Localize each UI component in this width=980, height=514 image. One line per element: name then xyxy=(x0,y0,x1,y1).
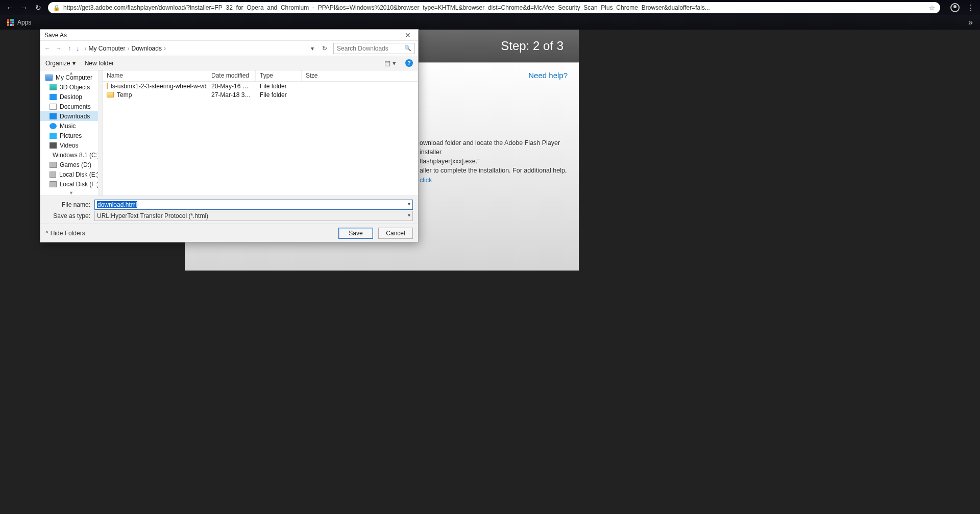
col-type[interactable]: Type xyxy=(256,70,302,81)
tree-scroll-up-icon[interactable]: ▲ xyxy=(40,70,102,76)
chevron-down-icon[interactable]: ▾ xyxy=(408,201,410,207)
new-folder-button[interactable]: New folder xyxy=(85,60,114,67)
organize-menu[interactable]: Organize ▾ xyxy=(45,60,76,67)
tree-documents[interactable]: Documents xyxy=(40,102,102,111)
nav-back-icon[interactable]: ← xyxy=(43,45,52,52)
forward-button[interactable]: → xyxy=(19,4,29,12)
tree-videos[interactable]: Videos xyxy=(40,140,102,150)
tree-pictures[interactable]: Pictures xyxy=(40,131,102,140)
dialog-fields: File name: download.html ▾ Save as type:… xyxy=(40,195,418,224)
list-item[interactable]: Temp 27-Mar-18 3:11 PM File folder xyxy=(103,90,418,99)
dialog-title: Save As xyxy=(44,32,67,39)
dialog-toolbar: Organize ▾ New folder ▤ ▾ ? xyxy=(40,56,418,70)
music-icon xyxy=(50,123,57,129)
folder-icon xyxy=(107,92,114,97)
document-icon xyxy=(50,104,57,110)
dialog-footer: ^ Hide Folders Save Cancel xyxy=(40,224,418,242)
chevron-right-icon: › xyxy=(164,45,166,52)
close-icon[interactable]: ✕ xyxy=(401,31,415,39)
tree-music[interactable]: Music xyxy=(40,121,102,131)
list-item[interactable]: ls-usbmx1-2-3-steering-wheel-w-vibrati..… xyxy=(103,82,418,90)
dialog-nav: ← → ↑ ↓ › My Computer › Downloads › ▾ ↻ … xyxy=(40,41,418,56)
browser-toolbar: ← → ↻ 🔒 https://get3.adobe.com/flashplay… xyxy=(0,0,980,15)
tree-scroll-down-icon[interactable]: ▼ xyxy=(40,190,102,195)
apps-icon[interactable] xyxy=(7,19,14,26)
step-text: Step: 2 of 3 xyxy=(501,39,564,53)
chevron-down-icon[interactable]: ▾ xyxy=(408,212,410,218)
chevron-down-icon: ▾ xyxy=(72,60,76,67)
help-icon[interactable]: ? xyxy=(405,59,413,67)
history-dropdown-icon[interactable]: ▾ xyxy=(309,45,316,52)
file-list: Name Date modified Type Size ls-usbmx1-2… xyxy=(103,70,418,195)
crumb-my-computer[interactable]: My Computer xyxy=(89,45,126,52)
dialog-titlebar: Save As ✕ xyxy=(40,30,418,41)
search-input[interactable]: Search Downloads 🔍 xyxy=(333,43,415,54)
save-as-dialog: Save As ✕ ← → ↑ ↓ › My Computer › Downlo… xyxy=(40,29,419,242)
tree-downloads[interactable]: Downloads xyxy=(40,111,102,121)
chevron-down-icon: ^ xyxy=(45,230,48,237)
chevron-right-icon: › xyxy=(85,45,87,52)
nav-up-icon[interactable]: ↑ xyxy=(66,45,73,52)
search-placeholder: Search Downloads xyxy=(337,45,388,52)
install-instructions: ownload folder and locate the Adobe Flas… xyxy=(420,138,569,185)
tree-desktop[interactable]: Desktop xyxy=(40,92,102,102)
drive-icon xyxy=(50,172,56,178)
view-options-icon[interactable]: ▤ ▾ xyxy=(384,59,396,67)
folder-tree: ▲ My Computer 3D Objects Desktop Documen… xyxy=(40,70,103,195)
lock-icon: 🔒 xyxy=(53,5,60,11)
saveastype-value: URL:HyperText Transfer Protocol (*.html) xyxy=(97,212,208,219)
save-button[interactable]: Save xyxy=(338,228,373,239)
tree-games-d[interactable]: Games (D:) xyxy=(40,160,102,169)
drive-icon xyxy=(50,162,57,168)
col-date[interactable]: Date modified xyxy=(207,70,256,81)
menu-icon[interactable]: ⋮ xyxy=(967,3,975,13)
cube-icon xyxy=(50,84,57,90)
filename-input[interactable]: download.html ▾ xyxy=(94,200,413,210)
bookmarks-overflow-icon[interactable]: » xyxy=(968,18,973,27)
cancel-button[interactable]: Cancel xyxy=(378,228,413,239)
nav-forward-icon[interactable]: → xyxy=(55,45,63,52)
tree-3d-objects[interactable]: 3D Objects xyxy=(40,82,102,92)
help-click-link[interactable]: click xyxy=(420,177,432,184)
hide-folders-toggle[interactable]: ^ Hide Folders xyxy=(45,230,85,237)
address-bar[interactable]: 🔒 https://get3.adobe.com/flashplayer/dow… xyxy=(48,2,940,13)
reload-button[interactable]: ↻ xyxy=(34,4,43,12)
crumb-downloads[interactable]: Downloads xyxy=(132,45,162,52)
bookmarks-bar: Apps » xyxy=(0,15,980,30)
downloads-location-icon: ↓ xyxy=(76,44,80,52)
saveastype-select[interactable]: URL:HyperText Transfer Protocol (*.html)… xyxy=(94,211,413,221)
desktop-icon xyxy=(50,94,57,100)
star-icon[interactable]: ☆ xyxy=(929,4,935,12)
apps-label[interactable]: Apps xyxy=(17,19,31,26)
search-icon: 🔍 xyxy=(404,45,411,52)
tree-scrollbar[interactable] xyxy=(98,70,102,195)
back-button[interactable]: ← xyxy=(5,4,14,12)
folder-icon xyxy=(107,83,108,89)
col-name[interactable]: Name xyxy=(103,70,207,81)
need-help-link[interactable]: Need help? xyxy=(528,71,568,80)
col-size[interactable]: Size xyxy=(302,70,418,81)
address-text: https://get3.adobe.com/flashplayer/downl… xyxy=(63,4,926,11)
breadcrumb[interactable]: › My Computer › Downloads › xyxy=(83,45,306,52)
drive-icon xyxy=(50,181,57,187)
tree-local-f[interactable]: Local Disk (F:) xyxy=(40,179,102,189)
pictures-icon xyxy=(50,133,57,139)
chevron-right-icon: › xyxy=(128,45,130,52)
filename-label: File name: xyxy=(45,201,90,208)
refresh-icon[interactable]: ↻ xyxy=(319,45,330,52)
list-header: Name Date modified Type Size xyxy=(103,70,418,82)
filename-value: download.html xyxy=(97,201,137,208)
tree-local-e[interactable]: Local Disk (E:) xyxy=(40,169,102,179)
tree-windows81[interactable]: Windows 8.1 (C:) xyxy=(40,150,102,160)
saveastype-label: Save as type: xyxy=(45,212,90,219)
profile-icon[interactable] xyxy=(950,3,960,12)
download-icon xyxy=(50,113,57,119)
videos-icon xyxy=(50,142,57,149)
